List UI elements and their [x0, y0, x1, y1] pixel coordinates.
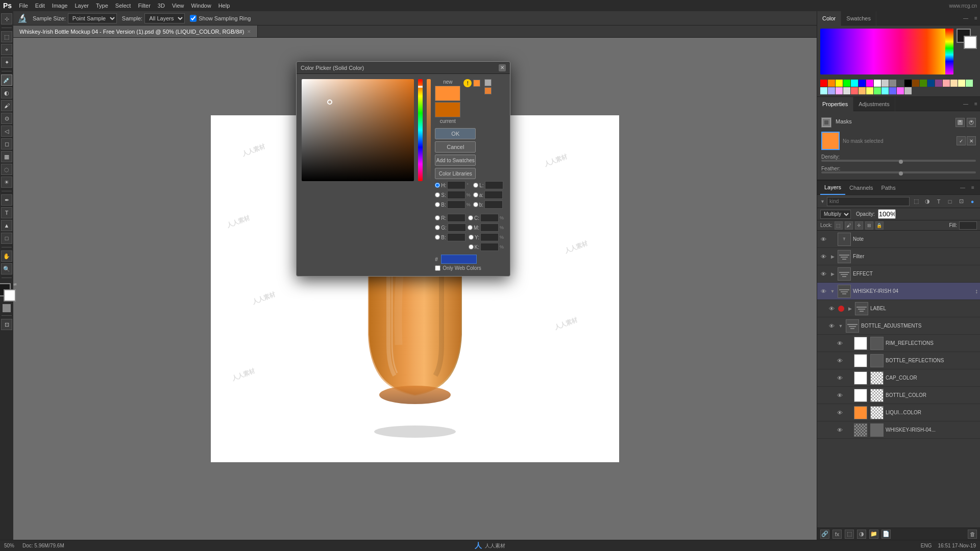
collapse-color-panel-btn[interactable]: — — [962, 14, 970, 22]
tool-brush[interactable]: 🖌 — [1, 100, 12, 111]
visibility-bottle-adj[interactable]: 👁 — [827, 322, 836, 330]
tool-type[interactable]: T — [1, 207, 12, 218]
cp-gamut-warning-icon[interactable]: ! — [463, 79, 472, 87]
swatch-cell-0[interactable] — [820, 80, 827, 87]
visibility-bottle-refl[interactable]: 👁 — [836, 357, 844, 365]
cp-s-radio[interactable] — [435, 192, 440, 197]
tool-stamp[interactable]: ⊙ — [1, 113, 12, 124]
tool-zoom[interactable]: 🔍 — [1, 263, 12, 274]
visibility-whiskey-base[interactable]: 👁 — [836, 426, 844, 434]
swatch-cell-16[interactable] — [943, 80, 950, 87]
layer-bottle-reflections[interactable]: 👁 BOTTLE_REFLECTIONS — [817, 352, 980, 369]
layer-bottle-color[interactable]: 👁 BOTTLE_COLOR — [817, 387, 980, 404]
color-picker-close-btn[interactable]: ✕ — [499, 64, 506, 71]
visibility-effect[interactable]: 👁 — [819, 270, 827, 278]
cp-b2-input[interactable]: 50 — [447, 233, 465, 241]
filter-pixel-btn[interactable]: ⬚ — [912, 197, 921, 206]
swatch-cell-23[interactable] — [843, 87, 850, 94]
opacity-input[interactable] — [878, 209, 896, 219]
lock-transparent-btn[interactable]: ⬚ — [835, 221, 843, 230]
swatch-cell-25[interactable] — [859, 87, 866, 94]
tool-shape[interactable]: □ — [1, 233, 12, 244]
layer-note[interactable]: 👁 T Note — [817, 231, 980, 248]
density-slider[interactable] — [821, 160, 976, 162]
cp-current-color-swatch[interactable] — [435, 102, 460, 117]
menu-help[interactable]: Help — [218, 3, 230, 9]
lock-position-btn[interactable]: ✛ — [855, 221, 863, 230]
swatch-cell-21[interactable] — [828, 87, 835, 94]
visibility-note[interactable]: 👁 — [819, 235, 827, 243]
create-layer-btn[interactable]: 📄 — [881, 530, 891, 539]
collapse-props-btn[interactable]: — — [962, 100, 970, 108]
show-sampling-checkbox[interactable] — [190, 13, 197, 23]
cp-m-radio[interactable] — [468, 225, 473, 230]
filter-smart-btn[interactable]: ⊡ — [957, 197, 966, 206]
filter-active-btn[interactable]: ● — [968, 197, 977, 206]
cp-display-gamut-icon[interactable] — [484, 79, 492, 86]
swatch-cell-22[interactable] — [836, 87, 843, 94]
cp-r-input[interactable]: 255 — [447, 214, 465, 222]
swatch-cell-31[interactable] — [904, 87, 912, 94]
swatch-cell-7[interactable] — [874, 80, 881, 87]
swatch-cell-3[interactable] — [843, 80, 850, 87]
adjustments-tab[interactable]: Adjustments — [853, 97, 895, 111]
visibility-whiskey-04[interactable]: 👁 — [819, 287, 827, 295]
lock-all-btn[interactable]: 🔒 — [875, 221, 884, 230]
visibility-rim[interactable]: 👁 — [836, 339, 844, 347]
swatch-cell-8[interactable] — [881, 80, 889, 87]
color-tab[interactable]: Color — [817, 11, 841, 26]
color-panel-menu-btn[interactable]: ≡ — [972, 14, 980, 22]
swatch-cell-14[interactable] — [927, 80, 935, 87]
screen-mode-btn[interactable]: ⊡ — [1, 319, 12, 330]
delete-mask-btn[interactable]: ✕ — [967, 136, 976, 145]
swatch-cell-17[interactable] — [950, 80, 958, 87]
cp-new-color-swatch[interactable] — [435, 86, 460, 101]
tool-eyedropper[interactable]: 💉 — [1, 74, 12, 86]
menu-edit[interactable]: Edit — [35, 3, 45, 9]
swatch-cell-29[interactable] — [889, 87, 896, 94]
cp-m-input[interactable]: 54 — [480, 223, 499, 232]
expand-label[interactable]: ▶ — [847, 306, 853, 312]
add-vector-mask-btn[interactable] — [967, 118, 976, 127]
filter-type-btn[interactable]: T — [934, 197, 943, 206]
cp-c-input[interactable]: 0 — [480, 214, 499, 222]
swatch-cell-9[interactable] — [889, 80, 896, 87]
swatch-cell-19[interactable] — [966, 80, 973, 87]
cp-s-input[interactable]: 80 — [447, 191, 465, 199]
swatch-cell-27[interactable] — [874, 87, 881, 94]
expand-whiskey-04[interactable]: ▼ — [829, 288, 836, 294]
add-pixel-mask-btn[interactable] — [955, 118, 965, 127]
swatch-cell-5[interactable] — [859, 80, 866, 87]
layer-liquid-color[interactable]: 👁 LIQUI...COLOR — [817, 404, 980, 421]
cp-h-input[interactable]: 27 — [447, 181, 465, 189]
props-menu-btn[interactable]: ≡ — [972, 100, 980, 108]
tool-hand[interactable]: ✋ — [1, 251, 12, 262]
expand-effect[interactable]: ▶ — [829, 271, 836, 277]
layer-bottle-adjustments[interactable]: 👁 ▼ BOTTLE_ADJUSTMENTS — [817, 317, 980, 335]
visibility-liquid[interactable]: 👁 — [836, 409, 844, 417]
cp-b2-radio[interactable] — [435, 235, 440, 240]
color-gradient-main[interactable] — [820, 29, 953, 74]
swatch-cell-30[interactable] — [897, 87, 904, 94]
tool-eraser[interactable]: ◻ — [1, 138, 12, 149]
quick-mask-btn[interactable] — [3, 304, 11, 312]
layer-cap-color[interactable]: 👁 CAP_COLOR — [817, 369, 980, 387]
blend-mode-select[interactable]: Multiply — [820, 210, 851, 219]
cp-b3-radio[interactable] — [473, 202, 478, 207]
cp-a-input[interactable]: 39 — [484, 191, 503, 199]
cp-saturation-field[interactable] — [302, 79, 414, 181]
expand-filter[interactable]: ▶ — [829, 254, 836, 260]
cp-add-swatches-btn[interactable]: Add to Swatches — [435, 155, 476, 166]
menu-layer[interactable]: Layer — [75, 3, 89, 9]
menu-type[interactable]: Type — [96, 3, 108, 9]
add-mask-btn[interactable]: ⬚ — [845, 530, 854, 539]
tool-lasso[interactable]: ⌖ — [1, 44, 12, 55]
cp-hex-input[interactable]: ff8e32 — [441, 255, 477, 264]
delete-layer-btn[interactable]: 🗑 — [968, 530, 977, 539]
cp-y-input[interactable]: 89 — [480, 233, 499, 241]
cp-color-libraries-btn[interactable]: Color Libraries — [435, 168, 476, 179]
tool-blur[interactable]: ◌ — [1, 164, 12, 175]
create-group-btn[interactable]: 📁 — [869, 530, 878, 539]
swatch-cell-28[interactable] — [881, 87, 889, 94]
channels-tab[interactable]: Channels — [845, 181, 877, 195]
